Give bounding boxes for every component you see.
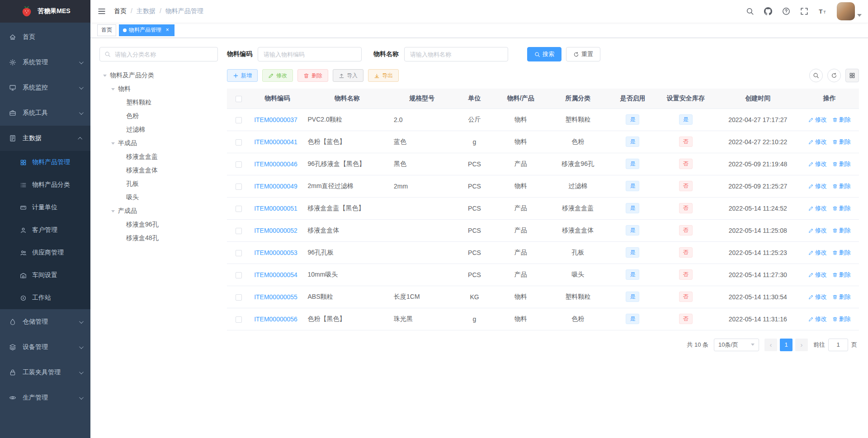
prev-page-button[interactable] [764, 339, 777, 351]
tab-home[interactable]: 首页 [97, 24, 116, 36]
select-all-checkbox[interactable] [236, 96, 242, 102]
delete-button[interactable]: 删除 [297, 69, 328, 82]
sidebar-item-material-product-management[interactable]: 物料产品管理 [0, 151, 90, 174]
caret-expanded-icon[interactable] [111, 88, 115, 92]
help-button[interactable] [777, 0, 795, 23]
sidebar-item-workshop-settings[interactable]: 车间设置 [0, 264, 90, 287]
app-logo[interactable]: 苦糖果MES [0, 0, 90, 23]
delete-row-button[interactable]: 删除 [832, 116, 851, 124]
row-checkbox[interactable] [236, 117, 242, 123]
search-button[interactable]: 搜索 [527, 47, 561, 61]
sidebar-item-system-monitor[interactable]: 系统监控 [0, 75, 90, 100]
tree-node[interactable]: 移液盒盒盖 [99, 150, 218, 164]
edit-row-button[interactable]: 修改 [808, 138, 827, 146]
toggle-search-button[interactable] [809, 69, 823, 82]
material-code-link[interactable]: ITEM00000052 [254, 227, 297, 234]
edit-row-button[interactable]: 修改 [808, 249, 827, 257]
header-search-button[interactable] [741, 0, 759, 23]
sidebar-item-warehouse-management[interactable]: 仓储管理 [0, 309, 90, 334]
refresh-button[interactable] [827, 69, 841, 82]
material-code-link[interactable]: ITEM00000046 [254, 160, 297, 168]
edit-row-button[interactable]: 修改 [808, 315, 827, 323]
tree-node[interactable]: 孔板 [99, 177, 218, 191]
font-size-button[interactable]: T T [813, 0, 831, 23]
delete-row-button[interactable]: 删除 [832, 315, 851, 323]
row-checkbox[interactable] [236, 316, 242, 323]
goto-page-input[interactable] [828, 339, 848, 351]
close-icon[interactable] [164, 27, 170, 33]
delete-row-button[interactable]: 删除 [832, 160, 851, 168]
delete-row-button[interactable]: 删除 [832, 138, 851, 146]
breadcrumb-home[interactable]: 首页 [114, 7, 137, 15]
sidebar-item-master-data[interactable]: 主数据 [0, 126, 90, 151]
tree-node[interactable]: 物料 [99, 82, 218, 96]
sidebar-item-equipment-management[interactable]: 设备管理 [0, 334, 90, 360]
github-button[interactable] [759, 0, 777, 23]
row-checkbox[interactable] [236, 272, 242, 278]
sidebar-item-material-product-category[interactable]: 物料产品分类 [0, 174, 90, 196]
columns-button[interactable] [845, 69, 859, 82]
tree-node[interactable]: 移液盒盒体 [99, 164, 218, 177]
material-code-link[interactable]: ITEM00000041 [254, 138, 297, 146]
delete-row-button[interactable]: 删除 [832, 182, 851, 190]
avatar[interactable] [837, 2, 855, 20]
tree-node[interactable]: 吸头 [99, 191, 218, 204]
tree-node[interactable]: 产成品 [99, 204, 218, 218]
row-checkbox[interactable] [236, 294, 242, 301]
sidebar-item-supplier-management[interactable]: 供应商管理 [0, 241, 90, 264]
next-page-button[interactable] [795, 339, 808, 351]
fullscreen-button[interactable] [795, 0, 813, 23]
caret-expanded-icon[interactable] [111, 210, 115, 214]
export-button[interactable]: 导出 [368, 69, 399, 82]
import-button[interactable]: 导入 [333, 69, 363, 82]
edit-button[interactable]: 修改 [262, 69, 293, 82]
tree-node[interactable]: 塑料颗粒 [99, 96, 218, 109]
sidebar-item-production-management[interactable]: 生产管理 [0, 385, 90, 410]
row-checkbox[interactable] [236, 161, 242, 168]
delete-row-button[interactable]: 删除 [832, 293, 851, 301]
tree-node[interactable]: 半成品 [99, 137, 218, 150]
caret-expanded-icon[interactable] [111, 142, 115, 146]
tree-node[interactable]: 移液盒48孔 [99, 231, 218, 245]
page-size-select[interactable]: 10条/页 [714, 339, 759, 351]
material-code-input[interactable] [258, 47, 362, 61]
material-code-link[interactable]: ITEM00000051 [254, 205, 297, 212]
edit-row-button[interactable]: 修改 [808, 204, 827, 212]
material-code-link[interactable]: ITEM00000055 [254, 293, 297, 301]
user-menu[interactable] [837, 2, 862, 20]
row-checkbox[interactable] [236, 228, 242, 234]
sidebar-item-measurement-unit[interactable]: 计量单位 [0, 196, 90, 219]
sidebar-item-system-management[interactable]: 系统管理 [0, 50, 90, 75]
delete-row-button[interactable]: 删除 [832, 271, 851, 279]
row-checkbox[interactable] [236, 139, 242, 146]
row-checkbox[interactable] [236, 184, 242, 190]
tree-node[interactable]: 过滤棉 [99, 123, 218, 137]
sidebar-item-workstation[interactable]: 工作站 [0, 287, 90, 309]
edit-row-button[interactable]: 修改 [808, 293, 827, 301]
tree-node[interactable]: 色粉 [99, 109, 218, 123]
add-button[interactable]: 新增 [227, 69, 258, 82]
sidebar-item-fixture-management[interactable]: 工装夹具管理 [0, 360, 90, 385]
row-checkbox[interactable] [236, 250, 242, 256]
row-checkbox[interactable] [236, 206, 242, 212]
edit-row-button[interactable]: 修改 [808, 116, 827, 124]
edit-row-button[interactable]: 修改 [808, 271, 827, 279]
edit-row-button[interactable]: 修改 [808, 226, 827, 235]
tree-node[interactable]: 移液盒96孔 [99, 218, 218, 231]
material-name-input[interactable] [404, 47, 508, 61]
material-code-link[interactable]: ITEM00000049 [254, 183, 297, 190]
reset-button[interactable]: 重置 [566, 47, 600, 61]
material-code-link[interactable]: ITEM00000053 [254, 249, 297, 256]
edit-row-button[interactable]: 修改 [808, 182, 827, 190]
sidebar-item-customer-management[interactable]: 客户管理 [0, 219, 90, 241]
sidebar-item-home[interactable]: 首页 [0, 24, 90, 50]
material-code-link[interactable]: ITEM00000037 [254, 116, 297, 123]
tree-node[interactable]: 物料及产品分类 [99, 69, 218, 82]
material-code-link[interactable]: ITEM00000054 [254, 271, 297, 278]
caret-expanded-icon[interactable] [103, 75, 107, 79]
material-code-link[interactable]: ITEM00000056 [254, 316, 297, 323]
tab-material-product-management[interactable]: 物料产品管理 [119, 24, 175, 36]
sidebar-toggle-button[interactable] [90, 0, 113, 23]
delete-row-button[interactable]: 删除 [832, 204, 851, 212]
category-search-input[interactable] [114, 51, 213, 58]
